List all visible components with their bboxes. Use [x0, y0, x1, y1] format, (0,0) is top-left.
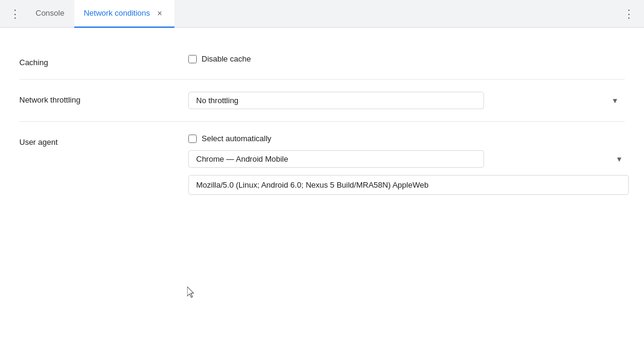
disable-cache-row: Disable cache: [188, 54, 625, 63]
select-automatically-label[interactable]: Select automatically: [202, 134, 272, 143]
user-agent-select[interactable]: Chrome — Android Mobile Chrome — Android…: [188, 150, 484, 168]
network-throttling-label: Network throttling: [19, 92, 188, 104]
tab-network-conditions-label: Network conditions: [84, 8, 150, 17]
user-agent-label: User agent: [19, 134, 188, 147]
caching-section: Caching Disable cache: [19, 42, 625, 80]
tab-close-button[interactable]: ×: [155, 8, 165, 19]
content-area: Caching Disable cache Network throttling…: [0, 28, 644, 221]
disable-cache-label[interactable]: Disable cache: [202, 54, 251, 63]
tab-console-label: Console: [36, 8, 65, 17]
throttling-select-wrapper: No throttling Fast 3G Slow 3G Offline Cu…: [188, 92, 625, 109]
throttling-select[interactable]: No throttling Fast 3G Slow 3G Offline Cu…: [188, 92, 484, 109]
tab-menu-dots[interactable]: ⋮: [5, 7, 26, 21]
throttling-dropdown-arrow: ▼: [611, 97, 619, 105]
tab-console[interactable]: Console: [26, 0, 74, 28]
user-agent-select-wrapper: Chrome — Android Mobile Chrome — Android…: [188, 150, 629, 168]
network-throttling-content: No throttling Fast 3G Slow 3G Offline Cu…: [188, 92, 625, 109]
select-automatically-checkbox[interactable]: [188, 135, 197, 143]
network-throttling-section: Network throttling No throttling Fast 3G…: [19, 80, 625, 122]
tab-bar: ⋮ Console Network conditions × ⋮: [0, 0, 644, 28]
more-tabs-icon: ⋮: [623, 8, 634, 20]
disable-cache-checkbox[interactable]: [188, 55, 197, 63]
user-agent-content: Select automatically Chrome — Android Mo…: [188, 134, 629, 195]
tab-network-conditions[interactable]: Network conditions ×: [74, 0, 174, 28]
more-tabs-button[interactable]: ⋮: [619, 2, 639, 25]
user-agent-section: User agent Select automatically Chrome —…: [19, 122, 625, 207]
select-automatically-row: Select automatically: [188, 134, 629, 143]
user-agent-dropdown-arrow: ▼: [616, 155, 623, 164]
user-agent-string-input[interactable]: [188, 175, 629, 195]
dots-icon: ⋮: [10, 7, 21, 21]
caching-content: Disable cache: [188, 54, 625, 63]
caching-label: Caching: [19, 54, 188, 67]
